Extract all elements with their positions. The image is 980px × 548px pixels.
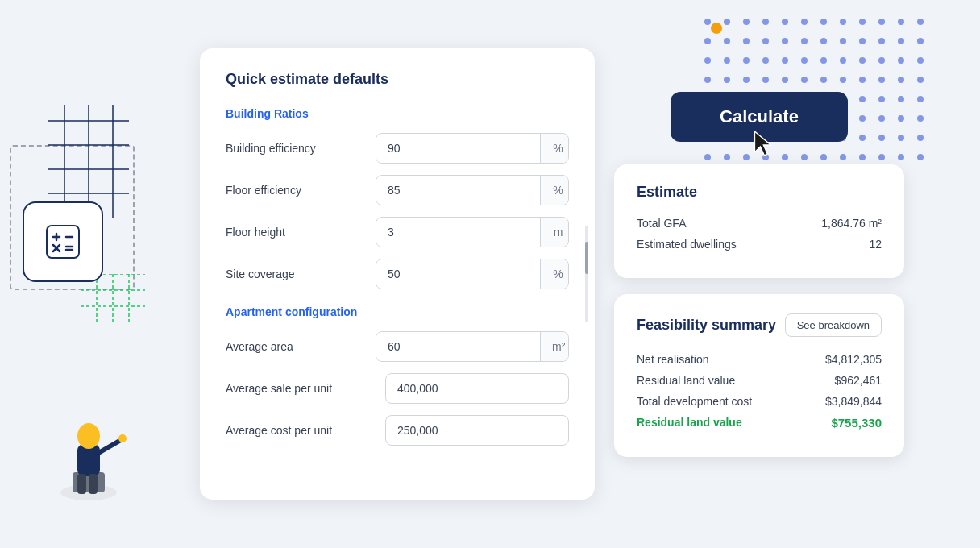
svg-rect-28: [77, 474, 86, 494]
site-coverage-unit: %: [540, 259, 569, 289]
building-efficiency-row: Building efficiency %: [226, 133, 569, 164]
svg-point-25: [77, 423, 100, 449]
estimated-dwellings-label: Estimated dwellings: [637, 238, 737, 251]
floor-efficiency-row: Floor efficiency %: [226, 175, 569, 206]
site-coverage-input-wrapper[interactable]: %: [376, 259, 569, 289]
total-gfa-label: Total GFA: [637, 217, 686, 230]
net-realisation-label: Net realisation: [637, 353, 709, 366]
floor-height-row: Floor height m: [226, 217, 569, 247]
quick-estimate-card: Quick estimate defaults Building Ratios …: [200, 48, 595, 500]
floor-efficiency-unit: %: [540, 176, 569, 205]
residual-land-value-row: Residual land value $962,461: [637, 374, 882, 387]
feasibility-header: Feasibility summary See breakdown: [637, 313, 882, 337]
total-dev-cost-row: Total development cost $3,849,844: [637, 395, 882, 408]
estimate-card: Estimate Total GFA 1,864.76 m² Estimated…: [614, 164, 904, 278]
site-coverage-label: Site coverage: [226, 268, 376, 280]
total-dev-cost-label: Total development cost: [637, 395, 752, 408]
card-title: Quick estimate defaults: [226, 71, 569, 88]
building-efficiency-label: Building efficiency: [226, 142, 376, 155]
building-efficiency-input[interactable]: [376, 134, 540, 163]
building-efficiency-unit: %: [540, 134, 569, 163]
total-gfa-value: 1,864.76 m²: [821, 217, 882, 230]
feasibility-card: Feasibility summary See breakdown Net re…: [614, 294, 904, 457]
feasibility-title: Feasibility summary: [637, 317, 776, 334]
total-gfa-row: Total GFA 1,864.76 m²: [637, 217, 882, 230]
building-ratios-section: Building Ratios Building efficiency % Fl…: [226, 107, 569, 289]
floor-height-input[interactable]: [376, 218, 540, 247]
scroll-thumb[interactable]: [585, 242, 588, 274]
avg-sale-row: Average sale per unit: [226, 373, 569, 404]
cursor-arrow-icon: [751, 130, 777, 164]
net-realisation-value: $4,812,305: [825, 353, 882, 366]
avg-cost-label: Average cost per unit: [226, 424, 385, 437]
residual-land-highlight-value: $755,330: [831, 416, 882, 430]
svg-line-26: [100, 440, 121, 452]
right-panel: Calculate Estimate Total GFA 1,864.76 m²…: [614, 92, 904, 457]
average-area-row: Average area m²: [226, 331, 569, 362]
svg-point-27: [118, 434, 127, 442]
floor-efficiency-label: Floor efficiency: [226, 184, 376, 197]
average-area-input[interactable]: [376, 332, 540, 361]
floor-height-input-wrapper[interactable]: m: [376, 217, 569, 247]
svg-rect-29: [89, 474, 98, 494]
scrollbar[interactable]: [585, 226, 588, 322]
person-illustration: [48, 376, 145, 508]
apartment-config-title: Apartment configuration: [226, 305, 569, 318]
avg-cost-row: Average cost per unit: [226, 415, 569, 446]
building-efficiency-input-wrapper[interactable]: %: [376, 133, 569, 164]
building-ratios-title: Building Ratios: [226, 107, 569, 120]
estimate-title: Estimate: [637, 184, 882, 201]
net-realisation-row: Net realisation $4,812,305: [637, 353, 882, 366]
calculate-btn-area: Calculate: [614, 92, 904, 142]
residual-land-highlight-label: Residual land value: [637, 416, 742, 429]
residual-land-label: Residual land value: [637, 374, 735, 387]
main-wrapper: Quick estimate defaults Building Ratios …: [0, 0, 980, 548]
average-area-input-wrapper[interactable]: m²: [376, 331, 569, 362]
total-dev-cost-value: $3,849,844: [825, 395, 882, 408]
estimated-dwellings-value: 12: [869, 238, 882, 251]
floor-height-label: Floor height: [226, 226, 376, 239]
floor-height-unit: m: [540, 218, 569, 247]
average-area-label: Average area: [226, 340, 376, 353]
site-coverage-row: Site coverage %: [226, 259, 569, 289]
svg-rect-14: [47, 226, 79, 258]
average-area-unit: m²: [540, 332, 569, 361]
site-coverage-input[interactable]: [376, 259, 540, 289]
floor-efficiency-input[interactable]: [376, 176, 540, 205]
residual-land-value: $962,461: [835, 374, 882, 387]
estimated-dwellings-row: Estimated dwellings 12: [637, 238, 882, 251]
see-breakdown-button[interactable]: See breakdown: [785, 313, 882, 337]
avg-sale-input[interactable]: [385, 373, 569, 404]
avg-cost-input[interactable]: [385, 415, 569, 446]
residual-land-highlight-row: Residual land value $755,330: [637, 416, 882, 430]
floor-efficiency-input-wrapper[interactable]: %: [376, 175, 569, 206]
apartment-config-section: Apartment configuration Average area m² …: [226, 305, 569, 446]
avg-sale-label: Average sale per unit: [226, 382, 385, 395]
calculator-icon-box: [23, 201, 103, 282]
